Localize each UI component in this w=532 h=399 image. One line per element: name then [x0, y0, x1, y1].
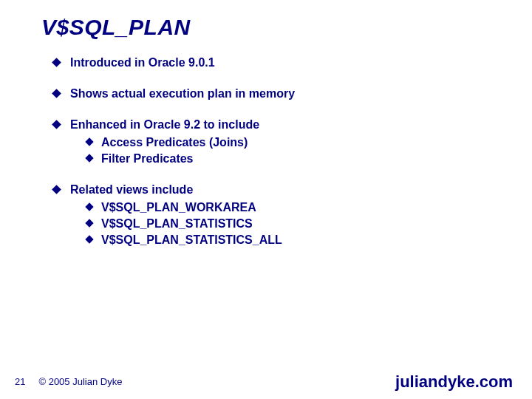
bullet-text: Shows actual execution plan in memory [70, 86, 488, 101]
sub-bullet-text: Filter Predicates [101, 151, 194, 166]
sub-bullet-list: V$SQL_PLAN_WORKAREA V$SQL_PLAN_STATISTIC… [70, 200, 488, 248]
footer-site: juliandyke.com [395, 372, 513, 392]
bullet-text: Introduced in Oracle 9.0.1 [70, 55, 488, 70]
bullet-item: Enhanced in Oracle 9.2 to include Access… [53, 117, 488, 166]
diamond-bullet-icon [85, 202, 93, 211]
sub-bullet-item: Filter Predicates [86, 151, 488, 166]
bullet-item: Related views include V$SQL_PLAN_WORKARE… [53, 183, 488, 248]
diamond-bullet-icon [52, 58, 61, 67]
copyright-text: © 2005 Julian Dyke [38, 376, 122, 387]
sub-bullet-text: V$SQL_PLAN_WORKAREA [101, 200, 256, 215]
sub-bullet-list: Access Predicates (Joins) Filter Predica… [70, 135, 488, 166]
sub-bullet-text: V$SQL_PLAN_STATISTICS_ALL [101, 233, 282, 248]
sub-bullet-text: V$SQL_PLAN_STATISTICS [101, 216, 253, 231]
bullet-text: Related views include V$SQL_PLAN_WORKARE… [70, 183, 488, 248]
diamond-bullet-icon [85, 137, 93, 146]
page-number: 21 [15, 376, 25, 387]
diamond-bullet-icon [85, 219, 93, 227]
diamond-bullet-icon [85, 235, 93, 243]
slide: V$SQL_PLAN Introduced in Oracle 9.0.1 Sh… [0, 0, 532, 399]
diamond-bullet-icon [52, 120, 61, 129]
slide-content: Introduced in Oracle 9.0.1 Shows actual … [53, 55, 488, 264]
bullet-text: Enhanced in Oracle 9.2 to include Access… [70, 117, 488, 166]
sub-bullet-item: V$SQL_PLAN_WORKAREA [86, 200, 488, 215]
footer-left: 21 © 2005 Julian Dyke [15, 376, 122, 387]
bullet-item: Shows actual execution plan in memory [53, 86, 488, 101]
diamond-bullet-icon [52, 185, 61, 194]
sub-bullet-item: Access Predicates (Joins) [86, 135, 488, 150]
slide-title: V$SQL_PLAN [41, 15, 191, 40]
diamond-bullet-icon [85, 154, 93, 162]
bullet-label: Enhanced in Oracle 9.2 to include [70, 118, 259, 131]
bullet-label: Related views include [70, 183, 193, 196]
sub-bullet-text: Access Predicates (Joins) [101, 135, 248, 150]
sub-bullet-item: V$SQL_PLAN_STATISTICS [86, 216, 488, 231]
diamond-bullet-icon [52, 89, 61, 98]
bullet-item: Introduced in Oracle 9.0.1 [53, 55, 488, 70]
sub-bullet-item: V$SQL_PLAN_STATISTICS_ALL [86, 233, 488, 248]
